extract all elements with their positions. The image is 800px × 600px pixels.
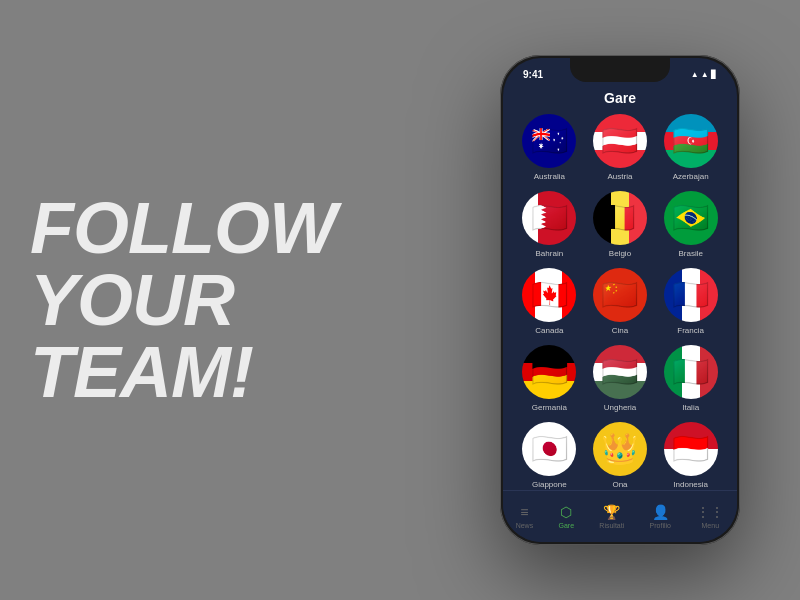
status-icons: ▲ ▲ ▊ — [691, 70, 717, 79]
flag-label: Francia — [677, 326, 704, 335]
flag-item[interactable]: 🇧🇭 Bahrain — [519, 191, 580, 258]
phone-notch — [570, 58, 670, 82]
flag-item[interactable]: 🇧🇪 Belgio — [590, 191, 651, 258]
flag-circle: 🇮🇩 — [664, 422, 718, 476]
nav-label: News — [516, 522, 534, 529]
nav-label: Risultati — [599, 522, 624, 529]
nav-label: Menu — [702, 522, 720, 529]
flag-label: Cina — [612, 326, 628, 335]
app-header: Gare — [503, 86, 737, 114]
flag-label: Belgio — [609, 249, 631, 258]
flag-label: Germania — [532, 403, 567, 412]
flag-item[interactable]: 🇫🇷 Francia — [660, 268, 721, 335]
nav-item-gare[interactable]: ⬡ Gare — [558, 504, 574, 529]
nav-icon: ⋮⋮ — [696, 504, 724, 520]
flag-circle: 🇫🇷 — [664, 268, 718, 322]
flag-item[interactable]: 🇦🇿 Azerbajan — [660, 114, 721, 181]
flag-label: Ungheria — [604, 403, 636, 412]
flag-item[interactable]: 🇦🇺 Australia — [519, 114, 580, 181]
flag-circle: 🇨🇦 — [522, 268, 576, 322]
flag-circle: 🇦🇿 — [664, 114, 718, 168]
flag-circle: 🇧🇷 — [664, 191, 718, 245]
nav-label: Profilio — [650, 522, 671, 529]
flag-circle: 👑 — [593, 422, 647, 476]
hero-text: FOLLOW YOUR TEAM! — [30, 192, 336, 408]
flag-circle: 🇩🇪 — [522, 345, 576, 399]
flags-grid: 🇦🇺 Australia 🇦🇹 Austria 🇦🇿 Azerbajan 🇧🇭 … — [503, 114, 737, 489]
flag-item[interactable]: 🇯🇵 Giappone — [519, 422, 580, 489]
flag-item[interactable]: 🇭🇺 Ungheria — [590, 345, 651, 412]
flag-label: Azerbajan — [673, 172, 709, 181]
flag-item[interactable]: 🇩🇪 Germania — [519, 345, 580, 412]
flag-circle: 🇨🇳 — [593, 268, 647, 322]
nav-label: Gare — [558, 522, 574, 529]
nav-item-menu[interactable]: ⋮⋮ Menu — [696, 504, 724, 529]
flag-label: Austria — [608, 172, 633, 181]
flag-item[interactable]: 🇮🇹 Italia — [660, 345, 721, 412]
flag-circle: 🇦🇹 — [593, 114, 647, 168]
flag-label: Australia — [534, 172, 565, 181]
flag-item[interactable]: 🇨🇳 Cina — [590, 268, 651, 335]
phone-mockup: 9:41 ▲ ▲ ▊ Gare 🇦🇺 Australia 🇦🇹 Austria … — [500, 55, 740, 545]
flag-label: Indonesia — [673, 480, 708, 489]
flag-label: Bahrain — [536, 249, 564, 258]
flag-item[interactable]: 🇧🇷 Brasile — [660, 191, 721, 258]
hero-line2: YOUR — [30, 264, 336, 336]
flag-circle: 🇯🇵 — [522, 422, 576, 476]
flag-circle: 🇦🇺 — [522, 114, 576, 168]
flag-circle: 🇧🇭 — [522, 191, 576, 245]
nav-icon: 👤 — [652, 504, 669, 520]
nav-icon: ≡ — [520, 504, 528, 520]
flag-item[interactable]: 🇦🇹 Austria — [590, 114, 651, 181]
flag-circle: 🇧🇪 — [593, 191, 647, 245]
flag-label: Brasile — [678, 249, 702, 258]
nav-item-profilio[interactable]: 👤 Profilio — [650, 504, 671, 529]
nav-item-news[interactable]: ≡ News — [516, 504, 534, 529]
nav-item-risultati[interactable]: 🏆 Risultati — [599, 504, 624, 529]
flag-circle: 🇮🇹 — [664, 345, 718, 399]
flag-item[interactable]: 🇮🇩 Indonesia — [660, 422, 721, 489]
flag-label: Italia — [682, 403, 699, 412]
flag-label: Giappone — [532, 480, 567, 489]
hero-line3: TEAM! — [30, 336, 336, 408]
flag-item[interactable]: 👑 Ona — [590, 422, 651, 489]
status-time: 9:41 — [523, 69, 543, 80]
nav-icon: 🏆 — [603, 504, 620, 520]
flag-circle: 🇭🇺 — [593, 345, 647, 399]
nav-icon: ⬡ — [560, 504, 572, 520]
bottom-nav: ≡ News ⬡ Gare 🏆 Risultati 👤 Profilio ⋮⋮ … — [503, 490, 737, 542]
flag-label: Canada — [535, 326, 563, 335]
flag-item[interactable]: 🇨🇦 Canada — [519, 268, 580, 335]
flag-label: Ona — [612, 480, 627, 489]
phone-body: 9:41 ▲ ▲ ▊ Gare 🇦🇺 Australia 🇦🇹 Austria … — [500, 55, 740, 545]
hero-line1: FOLLOW — [30, 192, 336, 264]
phone-screen: 9:41 ▲ ▲ ▊ Gare 🇦🇺 Australia 🇦🇹 Austria … — [503, 58, 737, 542]
